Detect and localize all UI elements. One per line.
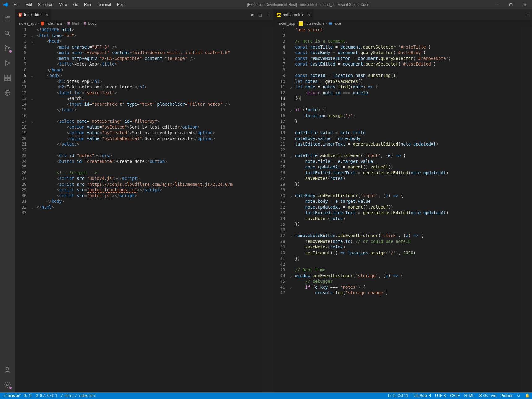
html-file-icon xyxy=(40,21,45,26)
symbol-icon xyxy=(328,21,332,26)
svg-point-3 xyxy=(9,48,10,49)
title-bar: File Edit Selection View Go Run Terminal… xyxy=(0,0,532,9)
svg-point-1 xyxy=(5,46,6,47)
menu-help[interactable]: Help xyxy=(114,2,127,7)
editor-pane-left: index.html × ⇆ ◫ ⋯ notes_app› index.html… xyxy=(15,9,273,392)
svg-point-0 xyxy=(5,31,9,35)
status-encoding[interactable]: UTF-8 xyxy=(435,393,446,398)
svg-point-2 xyxy=(5,49,6,51)
symbol-icon xyxy=(83,21,87,26)
status-language[interactable]: HTML xyxy=(464,393,474,398)
menu-file[interactable]: File xyxy=(11,2,22,7)
status-bell-icon[interactable]: 🔔 xyxy=(525,393,530,398)
accounts-icon[interactable] xyxy=(0,363,15,377)
crumb[interactable]: notes_app xyxy=(19,21,36,26)
menu-selection[interactable]: Selection xyxy=(36,2,56,7)
main-menu[interactable]: File Edit Selection View Go Run Terminal… xyxy=(11,2,127,7)
crumb[interactable]: note xyxy=(334,21,341,26)
source-control-icon[interactable] xyxy=(0,41,15,56)
crumb[interactable]: notes_app xyxy=(278,21,295,26)
menu-go[interactable]: Go xyxy=(71,2,81,7)
svg-rect-7 xyxy=(8,78,10,81)
tab-notes-edit-js[interactable]: JS notes-edit.js × xyxy=(273,9,313,20)
status-language-check[interactable]: ✓ html | ✓ index.html xyxy=(60,393,96,398)
crumb[interactable]: notes-edit.js xyxy=(304,21,324,26)
crumb[interactable]: html xyxy=(72,21,79,26)
minimap[interactable] xyxy=(262,27,273,392)
svg-rect-13 xyxy=(299,21,303,26)
status-golive[interactable]: ⦿ Go Live xyxy=(478,393,496,398)
svg-rect-6 xyxy=(5,78,7,81)
run-debug-icon[interactable] xyxy=(0,56,15,70)
status-problems[interactable]: ⊘ 0 ⚠ 0 ⓘ 1 xyxy=(36,393,57,398)
status-bar: ⎇ master* 0↓ 1↑ ⊘ 0 ⚠ 0 ⓘ 1 ✓ html | ✓ i… xyxy=(0,392,532,399)
svg-text:JS: JS xyxy=(277,14,281,17)
more-actions-icon[interactable]: ⋯ xyxy=(523,13,532,17)
tab-close-icon[interactable]: × xyxy=(45,12,48,17)
html-file-icon xyxy=(18,13,22,17)
svg-rect-4 xyxy=(5,75,7,78)
more-actions-icon[interactable]: ⋯ xyxy=(264,13,273,17)
js-file-icon xyxy=(299,21,303,26)
breadcrumb-left[interactable]: notes_app› index.html› html› body xyxy=(15,20,273,27)
remote-icon[interactable] xyxy=(0,85,15,100)
tab-label: notes-edit.js xyxy=(283,12,304,17)
extensions-icon[interactable] xyxy=(0,70,15,85)
tab-label: index.html xyxy=(24,12,42,17)
minimap[interactable] xyxy=(521,27,532,392)
menu-run[interactable]: Run xyxy=(82,2,93,7)
breadcrumb-right[interactable]: notes_app› notes-edit.js› note xyxy=(273,20,532,27)
tab-close-icon[interactable]: × xyxy=(307,12,310,17)
close-window-button[interactable]: ✕ xyxy=(518,0,532,9)
crumb[interactable]: index.html xyxy=(46,21,63,26)
status-tabsize[interactable]: Tab Size: 4 xyxy=(413,393,431,398)
activity-bar xyxy=(0,9,15,392)
symbol-icon xyxy=(66,21,71,26)
status-eol[interactable]: CRLF xyxy=(450,393,460,398)
minimize-button[interactable]: ─ xyxy=(489,0,504,9)
tab-index-html[interactable]: index.html × xyxy=(15,9,51,20)
status-lncol[interactable]: Ln 9, Col 11 xyxy=(388,393,408,398)
menu-terminal[interactable]: Terminal xyxy=(94,2,113,7)
tab-bar-right: JS notes-edit.js × ⋯ xyxy=(273,9,532,20)
window-title: [Extension Development Host] - index.htm… xyxy=(127,2,489,7)
menu-view[interactable]: View xyxy=(57,2,70,7)
split-editor-icon[interactable]: ◫ xyxy=(256,13,264,17)
crumb[interactable]: body xyxy=(88,21,96,26)
svg-point-10 xyxy=(6,384,8,386)
status-branch[interactable]: ⎇ master* xyxy=(2,393,21,398)
js-file-icon: JS xyxy=(277,13,281,17)
search-icon[interactable] xyxy=(0,26,15,41)
editor-pane-right: JS notes-edit.js × ⋯ notes_app› notes-ed… xyxy=(273,9,532,392)
code-editor-right[interactable]: 1234567891011121314151617181920212223242… xyxy=(273,27,532,392)
code-editor-left[interactable]: 1234567891011121314151617181920212223242… xyxy=(15,27,273,392)
svg-rect-5 xyxy=(8,75,10,78)
status-prettier[interactable]: Prettier xyxy=(500,393,513,398)
maximize-button[interactable]: ▢ xyxy=(504,0,518,9)
status-feedback-icon[interactable]: ☺ xyxy=(517,393,521,398)
compare-changes-icon[interactable]: ⇆ xyxy=(248,13,256,17)
menu-edit[interactable]: Edit xyxy=(23,2,35,7)
tab-bar-left: index.html × ⇆ ◫ ⋯ xyxy=(15,9,273,20)
svg-point-9 xyxy=(6,367,9,370)
svg-rect-14 xyxy=(329,23,332,25)
vscode-logo-icon xyxy=(3,2,8,7)
explorer-icon[interactable] xyxy=(0,11,15,26)
status-sync[interactable]: 0↓ 1↑ xyxy=(24,393,33,398)
settings-gear-icon[interactable] xyxy=(0,377,15,392)
